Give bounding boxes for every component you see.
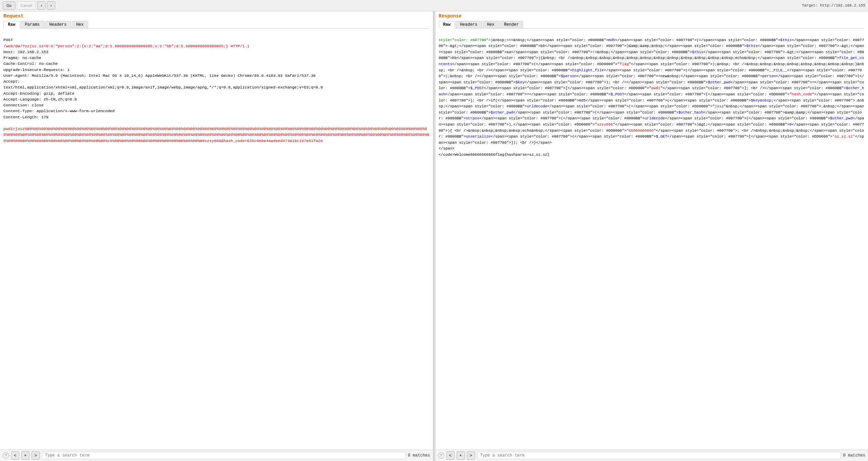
request-method: POST — [3, 38, 13, 42]
response-content[interactable]: style="color: #007700">)&nbsp;===&nbsp;<… — [435, 29, 868, 450]
response-footer: ? < + > 0 matches — [435, 450, 868, 461]
request-content[interactable]: POST /web/GW/?sz[sz.sz=0:6:"person":2:{s… — [0, 29, 433, 450]
request-nav-plus[interactable]: + — [21, 451, 29, 460]
top-bar-buttons: Go Cancel ‹ › — [3, 1, 55, 10]
request-pane: Request Raw Params Headers Hex POST /web… — [0, 11, 433, 461]
go-button[interactable]: Go — [3, 1, 15, 10]
tab-response-hex[interactable]: Hex — [483, 21, 499, 28]
request-nav-next[interactable]: > — [32, 451, 40, 460]
tab-request-headers[interactable]: Headers — [45, 21, 71, 28]
request-nav-prev[interactable]: < — [11, 451, 19, 460]
response-header: Response Raw Headers Hex Render — [435, 11, 868, 29]
request-content-wrapper: POST /web/GW/?sz[sz.sz=0:6:"person":2:{s… — [0, 29, 433, 450]
request-title: Request — [3, 13, 430, 19]
request-footer: ? < + > 0 matches — [0, 450, 433, 461]
response-title: Response — [439, 13, 865, 19]
request-tabs: Raw Params Headers Hex — [3, 21, 430, 28]
tab-request-hex[interactable]: Hex — [72, 21, 88, 28]
response-help-icon[interactable]: ? — [438, 452, 444, 459]
target-info: Target: http://192.168.2.155 — [802, 3, 865, 8]
tab-response-headers[interactable]: Headers — [456, 21, 482, 28]
request-body: pwd1=jxsz%80%00%00%00%00%00%00%00%00%00%… — [3, 127, 429, 143]
tab-request-params[interactable]: Params — [21, 21, 44, 28]
request-matches-label: 0 matches — [408, 453, 430, 458]
main-content: Request Raw Params Headers Hex POST /web… — [0, 11, 868, 461]
request-url: /web/GW/?sz[sz.sz=0:6:"person":2:{s:2:"a… — [3, 44, 250, 48]
response-content-wrapper: style="color: #007700">)&nbsp;===&nbsp;<… — [435, 29, 868, 450]
nav-next-top[interactable]: › — [47, 1, 55, 10]
request-headers-text: Host: 192.168.2.153 Pragma: no-cache Cac… — [3, 50, 323, 119]
response-matches-label: 0 matches — [843, 453, 865, 458]
tab-request-raw[interactable]: Raw — [3, 21, 20, 28]
top-bar: Go Cancel ‹ › Target: http://192.168.2.1… — [0, 0, 868, 11]
response-search-input[interactable] — [477, 452, 841, 459]
response-pane: Response Raw Headers Hex Render style="c… — [435, 11, 868, 461]
request-header: Request Raw Params Headers Hex — [0, 11, 433, 29]
response-nav-plus[interactable]: + — [457, 451, 465, 460]
cancel-button[interactable]: Cancel — [17, 1, 36, 10]
nav-prev-top[interactable]: ‹ — [37, 1, 46, 10]
tab-response-raw[interactable]: Raw — [439, 21, 455, 28]
response-tabs: Raw Headers Hex Render — [439, 21, 865, 28]
request-search-input[interactable] — [42, 452, 406, 459]
response-nav-next[interactable]: > — [467, 451, 475, 460]
response-text: style="color: #007700">)&nbsp;===&nbsp;<… — [439, 38, 864, 48]
request-help-icon[interactable]: ? — [3, 452, 9, 459]
response-nav-prev[interactable]: < — [446, 451, 455, 460]
tab-response-render[interactable]: Render — [499, 21, 523, 28]
